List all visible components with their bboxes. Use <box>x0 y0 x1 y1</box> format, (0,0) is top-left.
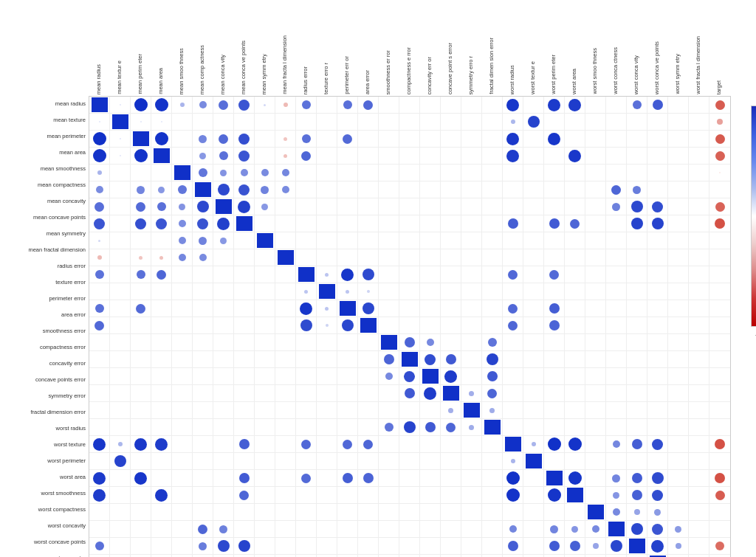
row-label-17: concave points error <box>7 372 89 388</box>
cell-6-26 <box>627 198 647 215</box>
cell-circle-15-16 <box>425 354 436 365</box>
cell-10-18 <box>461 266 482 283</box>
cell-18-4 <box>172 402 193 418</box>
cell-circle-20-26 <box>632 439 642 449</box>
cell-26-16 <box>420 538 441 554</box>
cell-21-15 <box>399 453 420 469</box>
cell-0-20 <box>503 97 523 113</box>
cell-10-24 <box>585 266 606 283</box>
cell-0-9 <box>275 97 296 113</box>
cell-16-17 <box>441 368 461 384</box>
cell-circle-10-11 <box>325 273 329 277</box>
cell-3-22 <box>544 148 565 164</box>
cell-10-4 <box>172 266 193 283</box>
cell-circle-20-3 <box>155 438 168 451</box>
cell-1-16 <box>420 114 441 130</box>
cell-8-23 <box>565 232 585 249</box>
cell-circle-0-3 <box>155 98 168 111</box>
cell-20-13 <box>358 436 379 452</box>
cell-4-22 <box>544 165 565 181</box>
cell-0-14 <box>379 97 399 113</box>
cell-11-21 <box>523 283 544 300</box>
col-label-30: target <box>709 7 729 96</box>
matrix-row-19 <box>89 419 730 436</box>
cell-21-17 <box>441 453 461 469</box>
cell-circle-10-22 <box>549 270 559 280</box>
cell-2-2 <box>131 131 151 147</box>
cell-13-5 <box>193 317 213 333</box>
cell-0-25 <box>606 97 627 113</box>
cell-22-30 <box>709 470 730 486</box>
cell-26-29 <box>689 538 709 554</box>
cell-circle-12-13 <box>362 302 374 314</box>
cell-25-17 <box>441 521 461 537</box>
cell-9-23 <box>565 249 585 266</box>
cell-26-25 <box>606 538 627 554</box>
cell-12-22 <box>544 300 565 316</box>
cell-25-18 <box>461 521 482 537</box>
cell-13-22 <box>544 317 565 333</box>
cell-24-1 <box>110 504 131 520</box>
cell-20-26 <box>627 436 647 452</box>
cell-23-2 <box>131 487 151 503</box>
cell-1-25 <box>606 114 627 130</box>
cell-25-6 <box>213 521 234 537</box>
col-label-21: worst textur e <box>523 7 543 96</box>
cell-18-20 <box>503 402 523 418</box>
cell-16-3 <box>151 368 172 384</box>
cell-25-23 <box>565 521 585 537</box>
cell-square-19-19 <box>484 420 501 435</box>
cell-circle-16-15 <box>404 371 415 382</box>
cell-23-1 <box>110 487 131 503</box>
cell-3-16 <box>420 148 441 164</box>
cell-9-11 <box>317 249 337 266</box>
cell-circle-26-25 <box>611 540 622 552</box>
cell-3-18 <box>461 148 482 164</box>
cell-circle-5-26 <box>633 186 641 194</box>
cell-14-3 <box>151 334 172 350</box>
cell-circle-1-2 <box>140 121 142 122</box>
cell-0-0 <box>89 97 110 113</box>
cell-19-28 <box>668 419 689 435</box>
cell-19-3 <box>151 419 172 435</box>
cell-circle-22-30 <box>715 473 725 483</box>
cell-17-22 <box>544 385 565 401</box>
cell-2-4 <box>172 131 193 147</box>
cell-11-4 <box>172 283 193 300</box>
cell-circle-1-0 <box>99 121 100 122</box>
cell-23-21 <box>523 487 544 503</box>
cell-circle-2-5 <box>199 135 207 143</box>
cell-circle-13-11 <box>326 324 329 327</box>
cell-26-14 <box>379 538 399 554</box>
cell-circle-3-10 <box>301 151 311 161</box>
cell-11-19 <box>482 283 503 300</box>
cell-21-20 <box>503 453 523 469</box>
cell-13-7 <box>234 317 255 333</box>
cell-14-11 <box>317 334 337 350</box>
cell-10-10 <box>296 266 317 283</box>
cell-17-23 <box>565 385 585 401</box>
cell-13-2 <box>131 317 151 333</box>
cell-15-21 <box>523 351 544 367</box>
cell-11-10 <box>296 283 317 300</box>
cell-11-18 <box>461 283 482 300</box>
matrix-row-2 <box>89 131 730 148</box>
cell-1-23 <box>565 114 585 130</box>
cell-23-16 <box>420 487 441 503</box>
cell-26-20 <box>503 538 523 554</box>
cell-circle-12-20 <box>508 304 518 314</box>
cell-11-5 <box>193 283 213 300</box>
cell-circle-2-7 <box>238 134 250 145</box>
cell-5-16 <box>420 181 441 198</box>
cell-circle-19-17 <box>446 423 456 432</box>
cell-2-8 <box>255 131 275 147</box>
cell-circle-1-21 <box>528 116 540 128</box>
cell-21-6 <box>213 453 234 469</box>
cell-16-0 <box>89 368 110 384</box>
cell-12-25 <box>606 300 627 316</box>
cell-17-20 <box>503 385 523 401</box>
cell-6-19 <box>482 198 503 215</box>
cell-7-4 <box>172 215 193 232</box>
cell-3-12 <box>337 148 358 164</box>
cell-circle-2-20 <box>506 133 519 145</box>
